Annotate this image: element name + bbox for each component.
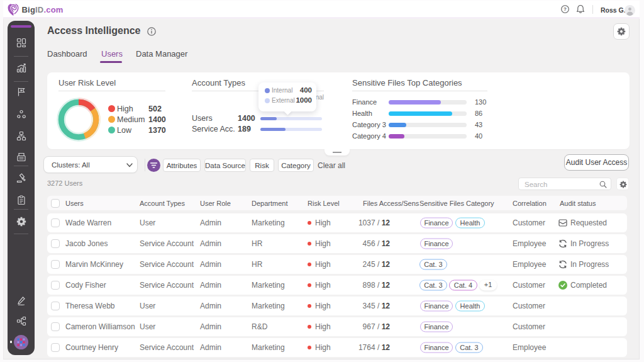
- svg-text:?: ?: [564, 6, 567, 12]
